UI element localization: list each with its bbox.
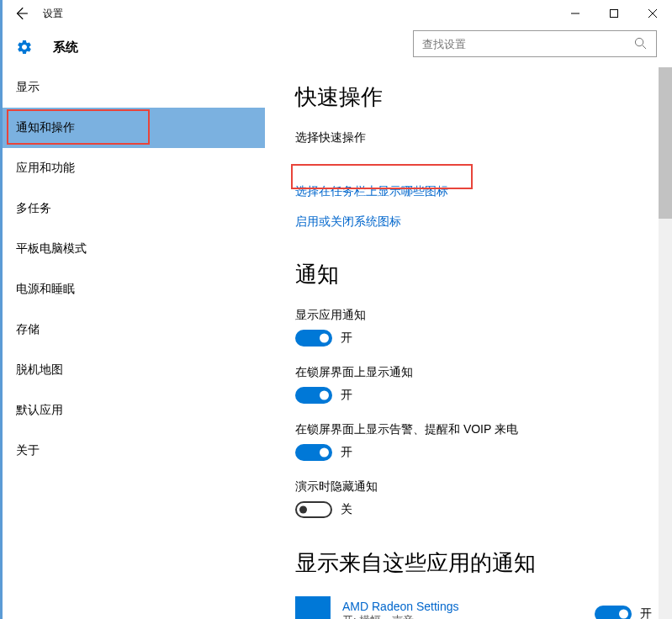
sidebar: 显示 通知和操作 应用和功能 多任务 平板电脑模式 电源和睡眠 存储 脱机地图 … (3, 67, 265, 619)
app-tile-icon (295, 596, 331, 619)
sidebar-item-label: 存储 (16, 322, 40, 337)
sidebar-item-multitasking[interactable]: 多任务 (3, 188, 265, 229)
minimize-button[interactable] (556, 0, 595, 27)
toggle-lockscreen-notifications[interactable] (295, 387, 332, 404)
toggle-label: 演示时隐藏通知 (295, 479, 652, 495)
close-button[interactable] (633, 0, 672, 27)
toggle-app-amd[interactable] (595, 606, 632, 619)
notifications-heading: 通知 (295, 260, 652, 289)
sidebar-item-apps[interactable]: 应用和功能 (3, 148, 265, 188)
toggle-state: 开 (341, 331, 352, 346)
toggle-state: 开 (640, 606, 652, 619)
maximize-button[interactable] (595, 0, 633, 27)
scrollbar[interactable] (659, 67, 672, 619)
window-title: 设置 (43, 7, 63, 21)
sidebar-item-notifications[interactable]: 通知和操作 (3, 108, 265, 148)
page-title: 系统 (53, 40, 78, 56)
sidebar-item-label: 关于 (16, 443, 40, 458)
sidebar-item-label: 应用和功能 (16, 161, 75, 176)
back-button[interactable] (13, 5, 29, 22)
toggle-label: 显示应用通知 (295, 308, 652, 323)
sidebar-item-label: 电源和睡眠 (16, 282, 75, 297)
sidebar-item-label: 显示 (16, 80, 40, 95)
sidebar-item-tablet-mode[interactable]: 平板电脑模式 (3, 229, 265, 269)
scrollbar-thumb[interactable] (659, 67, 672, 219)
gear-icon (16, 39, 33, 56)
toggle-state: 开 (341, 388, 352, 403)
search-input[interactable] (422, 38, 634, 50)
link-system-icons[interactable]: 启用或关闭系统图标 (295, 214, 652, 230)
app-name: AMD Radeon Settings (342, 600, 583, 613)
sidebar-item-default-apps[interactable]: 默认应用 (3, 390, 265, 431)
quick-actions-heading: 快速操作 (295, 82, 652, 112)
toggle-label: 在锁屏界面上显示告警、提醒和 VOIP 来电 (295, 422, 652, 437)
sidebar-item-display[interactable]: 显示 (3, 67, 265, 108)
sidebar-item-offline-maps[interactable]: 脱机地图 (3, 350, 265, 390)
app-notifications-heading: 显示来自这些应用的通知 (295, 548, 652, 578)
toggle-lockscreen-alarms[interactable] (295, 444, 332, 461)
sidebar-item-label: 多任务 (16, 201, 51, 216)
search-box[interactable] (413, 30, 657, 57)
sidebar-item-label: 脱机地图 (16, 362, 63, 378)
search-icon (634, 37, 648, 50)
app-sub: 开: 横幅、声音 (342, 613, 583, 619)
sidebar-item-label: 平板电脑模式 (16, 241, 87, 257)
sidebar-item-storage[interactable]: 存储 (3, 310, 265, 350)
sidebar-item-about[interactable]: 关于 (3, 431, 265, 471)
app-row[interactable]: AMD Radeon Settings 开: 横幅、声音 开 (295, 596, 652, 619)
toggle-show-app-notifications[interactable] (295, 330, 332, 347)
toggle-state: 关 (341, 502, 352, 517)
toggle-hide-presenting[interactable] (295, 501, 332, 518)
sidebar-item-power-sleep[interactable]: 电源和睡眠 (3, 269, 265, 310)
content-pane: 快速操作 选择快速操作 选择在任务栏上显示哪些图标 启用或关闭系统图标 通知 显… (265, 67, 672, 619)
toggle-label: 在锁屏界面上显示通知 (295, 365, 652, 380)
svg-line-6 (643, 45, 646, 49)
svg-point-5 (635, 38, 643, 45)
quick-actions-subtext: 选择快速操作 (295, 130, 652, 145)
sidebar-item-label: 通知和操作 (16, 120, 75, 135)
svg-rect-2 (611, 10, 618, 18)
sidebar-item-label: 默认应用 (16, 403, 63, 418)
toggle-state: 开 (341, 445, 352, 460)
link-taskbar-icons[interactable]: 选择在任务栏上显示哪些图标 (295, 184, 652, 199)
